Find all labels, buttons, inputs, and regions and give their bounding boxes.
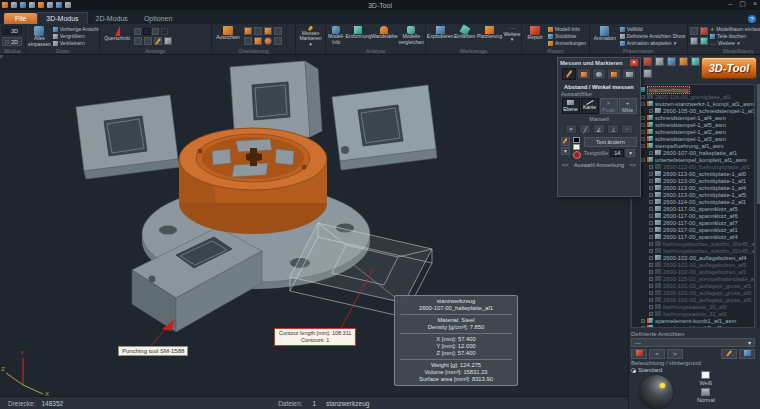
draft-analysis-button[interactable]: Entformung: [346, 25, 370, 47]
maximize-button[interactable]: ▢: [739, 0, 746, 8]
placement-button[interactable]: Platzierung: [477, 25, 501, 47]
manual-line-button[interactable]: ╱: [579, 124, 591, 134]
help-icon[interactable]: ?: [748, 15, 756, 23]
visibility-checkbox[interactable]: [649, 214, 653, 218]
stamp-tool[interactable]: [622, 68, 636, 80]
render-mode-icon[interactable]: [152, 28, 159, 35]
views-show-button[interactable]: Definierte Ansichten Show: [620, 33, 685, 39]
annotation-tool[interactable]: [607, 68, 621, 80]
animation-button[interactable]: Animation: [592, 25, 618, 47]
zoom-previous-view-button[interactable]: Vorherige Ansicht: [53, 26, 99, 32]
measure-mark-button[interactable]: Messen Markieren ▾: [298, 25, 323, 47]
tree-item[interactable]: 2600-102-00_auflagebolzen_af4: [633, 254, 754, 261]
tree-item[interactable]: 2600-117-00_spannklotz_af1: [633, 226, 754, 233]
manual-free-button[interactable]: ◦: [621, 124, 633, 134]
view-iso-icon[interactable]: [264, 37, 272, 45]
visibility-checkbox[interactable]: [641, 326, 645, 329]
text-size-value[interactable]: 14: [610, 149, 624, 157]
zoom-fit-button[interactable]: Alles einpassen: [28, 25, 51, 47]
visibility-checkbox[interactable]: [649, 263, 653, 267]
manual-perpendicular-button[interactable]: ⊥: [607, 124, 619, 134]
visibility-checkbox[interactable]: [649, 207, 653, 211]
color-black-swatch[interactable]: [573, 137, 580, 143]
visibility-checkbox[interactable]: [641, 102, 645, 106]
tree-item[interactable]: 2600-116-00_grundplatte_af1: [633, 93, 754, 100]
edit-display-icon[interactable]: [155, 38, 161, 45]
visibility-checkbox[interactable]: [649, 284, 653, 288]
visibility-checkbox[interactable]: [641, 95, 645, 99]
tree-item[interactable]: spannelement-komb2_af0_asm: [633, 324, 754, 328]
view-bottom-icon[interactable]: [254, 37, 262, 45]
visibility-checkbox[interactable]: [649, 242, 653, 246]
tree-item[interactable]: fuehrungsbuchse_zuschn_30x45_af1: [633, 240, 754, 247]
tree-item[interactable]: schneidstempel-1_af2_asm: [633, 128, 754, 135]
measure-panel-close-button[interactable]: ×: [630, 59, 638, 66]
tree-item[interactable]: 2600-114-00_schnittplatte-2_af1: [633, 198, 754, 205]
view-front-icon[interactable]: [244, 27, 252, 35]
tree-item[interactable]: 2600-101-00_auflagepl_gross_af1: [633, 282, 754, 289]
visibility-checkbox[interactable]: [641, 123, 645, 127]
filter-center-button[interactable]: +Mitte: [619, 98, 637, 114]
tab-2d-modus[interactable]: 2D-Modus: [88, 13, 136, 24]
rotate-cw-icon[interactable]: [274, 27, 282, 35]
tree-item[interactable]: unterteilstempel_komplett_af1_asm: [633, 156, 754, 163]
tree-item[interactable]: 2600-113-00_schnittplatte-1_af1: [633, 177, 754, 184]
tree-item[interactable]: 2600-101-00_auflagepl_gross_af5: [633, 296, 754, 303]
tree-item[interactable]: 2600-105-00_schneidstempel-1_af1: [633, 107, 754, 114]
add-view-button[interactable]: [631, 349, 647, 359]
mode-2d-button[interactable]: 2D: [2, 37, 22, 46]
visibility-checkbox[interactable]: [641, 137, 645, 141]
align-button[interactable]: Ausrichten: [214, 25, 242, 47]
render-mode-icon[interactable]: [161, 28, 168, 35]
tree-item[interactable]: 2600-113-00_schnittplatte-1_af5: [633, 191, 754, 198]
annotation-contour[interactable]: Contour length [mm]: 108.311 Contours: 1: [274, 328, 356, 346]
visibility-checkbox[interactable]: [649, 256, 653, 260]
view-top-icon[interactable]: [244, 37, 252, 45]
zoom-in-button[interactable]: Vergrößern: [53, 33, 99, 39]
isolate-icon[interactable]: [679, 57, 688, 66]
tree-select-icon[interactable]: [690, 27, 698, 35]
tree-item[interactable]: 2600-117-00_spannklotz_af4: [633, 233, 754, 240]
visibility-checkbox[interactable]: [649, 186, 653, 190]
undo-tree-icon[interactable]: [643, 69, 652, 78]
view-back-icon[interactable]: [254, 27, 262, 35]
text-change-button[interactable]: Text ändern: [584, 137, 637, 147]
visibility-checkbox[interactable]: [641, 319, 645, 323]
report-annotations-button[interactable]: Anmerkungen: [548, 40, 586, 46]
tree-item[interactable]: stempelfuehrung_af1_asm: [633, 142, 754, 149]
tree-item[interactable]: stutzen-stanzwerkz-1_kompl_af1_asm: [633, 100, 754, 107]
pen-dropdown-button[interactable]: ▾: [561, 147, 570, 155]
manual-angle-button[interactable]: ∠: [593, 124, 605, 134]
measure-angle-tool[interactable]: [577, 68, 591, 80]
zoom-out-button[interactable]: Verkleinern: [53, 40, 99, 46]
visibility-checkbox[interactable]: [641, 130, 645, 134]
visibility-checkbox[interactable]: [649, 249, 653, 253]
tree-item[interactable]: 2600-113-00_schnittplatte-1_af4: [633, 184, 754, 191]
tree-item[interactable]: 2600-101-00_auflagepl_gross_af0: [633, 289, 754, 296]
report-bom-button[interactable]: Stückliste: [548, 33, 586, 39]
filter-point-button[interactable]: ×Punkt: [600, 98, 618, 114]
visibility-checkbox[interactable]: [649, 179, 653, 183]
tree-item[interactable]: 2600-107-00_halteplatte_af1: [633, 149, 754, 156]
visibility-checkbox[interactable]: [649, 235, 653, 239]
view-prev-button[interactable]: <: [649, 349, 665, 359]
color-part-icon[interactable]: [691, 57, 700, 66]
visibility-checkbox[interactable]: [649, 277, 653, 281]
defined-views-dropdown[interactable]: --- ▾: [631, 338, 755, 347]
visibility-checkbox[interactable]: [649, 151, 653, 155]
visibility-checkbox[interactable]: [649, 270, 653, 274]
render-mode-icon[interactable]: [134, 28, 141, 35]
tree-color-icon[interactable]: [700, 37, 708, 45]
view-next-button[interactable]: >: [667, 349, 683, 359]
transparent-icon[interactable]: [667, 57, 676, 66]
tree-isolate-icon[interactable]: [690, 37, 698, 45]
text-size-dropdown[interactable]: ▾: [626, 149, 635, 157]
tree-more-button[interactable]: ⋯Weitere ▾: [710, 40, 760, 46]
fullscreen-button[interactable]: Vollbild: [620, 26, 685, 32]
filter-plane-button[interactable]: Ebene: [562, 98, 580, 114]
tree-item[interactable]: fuehrungssaeule_32_af0: [633, 310, 754, 317]
cross-section-button[interactable]: Querschnitt: [102, 25, 132, 47]
tree-item[interactable]: 2600-112-00_fuehrungsplatte_af1: [633, 163, 754, 170]
tree-item[interactable]: spannelement-komb1_af1_asm: [633, 317, 754, 324]
viewport-3d[interactable]: Y Z X Punching tool SM-1588 Contour leng…: [0, 55, 628, 396]
